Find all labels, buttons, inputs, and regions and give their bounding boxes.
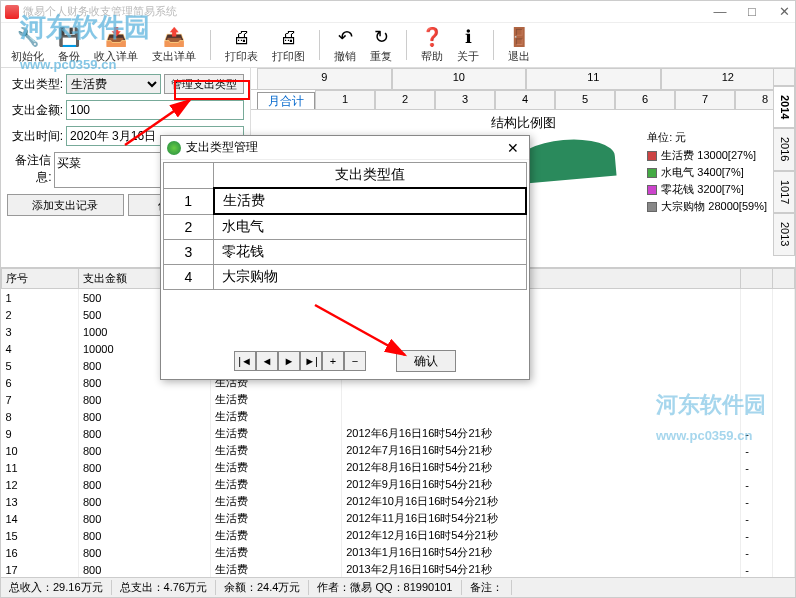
toolbar-0[interactable]: 🔧初始化 — [7, 24, 48, 66]
type-row[interactable]: 3零花钱 — [164, 240, 527, 265]
tool-icon: ❓ — [421, 26, 443, 48]
add-record-button[interactable]: 添加支出记录 — [7, 194, 124, 216]
toolbar-7[interactable]: ↻重复 — [366, 24, 396, 66]
toolbar: 🔧初始化💾备份📥收入详单📤支出详单🖨打印表🖨打印图↶撤销↻重复❓帮助ℹ关于🚪退出 — [1, 23, 795, 68]
confirm-button[interactable]: 确认 — [396, 350, 456, 372]
balance-value: 24.4万元 — [257, 581, 300, 593]
table-header[interactable] — [772, 269, 794, 289]
table-row[interactable]: 8800生活费 — [2, 408, 795, 425]
dialog-close-button[interactable]: ✕ — [503, 140, 523, 156]
month-tab-11[interactable]: 11 — [526, 68, 661, 89]
toolbar-10[interactable]: 🚪退出 — [504, 24, 534, 66]
chart-legend: 单位: 元 生活费 13000[27%]水电气 3400[7%]零花钱 3200… — [647, 130, 767, 216]
legend-item: 大宗购物 28000[59%] — [647, 199, 767, 214]
toolbar-2[interactable]: 📥收入详单 — [90, 24, 142, 66]
type-select[interactable]: 生活费 — [66, 74, 161, 94]
tool-icon: 🔧 — [17, 26, 39, 48]
expense-label: 总支出： — [120, 581, 164, 593]
tool-label: 打印表 — [225, 49, 258, 64]
note-label: 备注信息: — [7, 152, 51, 186]
income-value: 29.16万元 — [53, 581, 103, 593]
dialog-icon — [167, 141, 181, 155]
minimize-button[interactable]: — — [713, 5, 727, 19]
type-manage-dialog: 支出类型管理 ✕ 支出类型值 1生活费2水电气3零花钱4大宗购物 |◄◄►►|+… — [160, 135, 530, 380]
tool-label: 支出详单 — [152, 49, 196, 64]
month-tabs-top: 9101112 — [251, 68, 795, 90]
author-label: 作者： — [317, 581, 350, 593]
month-subtab-3[interactable]: 3 — [435, 90, 495, 109]
tool-label: 关于 — [457, 49, 479, 64]
year-tab-2014[interactable]: 2014 — [773, 86, 795, 128]
nav-btn-add[interactable]: + — [322, 351, 344, 371]
toolbar-4[interactable]: 🖨打印表 — [221, 24, 262, 66]
table-header[interactable] — [741, 269, 772, 289]
app-icon — [5, 5, 19, 19]
maximize-button[interactable]: □ — [745, 5, 759, 19]
year-tab-2016[interactable]: 2016 — [773, 128, 795, 170]
table-row[interactable]: 9800生活费2012年6月16日16时54分21秒- — [2, 425, 795, 442]
table-row[interactable]: 12800生活费2012年9月16日16时54分21秒- — [2, 476, 795, 493]
table-row[interactable]: 11800生活费2012年8月16日16时54分21秒- — [2, 459, 795, 476]
tool-icon: ℹ — [457, 26, 479, 48]
time-label: 支出时间: — [7, 128, 63, 145]
table-row[interactable]: 16800生活费2013年1月16日16时54分21秒- — [2, 544, 795, 561]
toolbar-3[interactable]: 📤支出详单 — [148, 24, 200, 66]
tool-icon: 🖨 — [278, 26, 300, 48]
footer-note-label: 备注： — [470, 581, 503, 593]
toolbar-6[interactable]: ↶撤销 — [330, 24, 360, 66]
month-subtab-5[interactable]: 5 — [555, 90, 615, 109]
amount-input[interactable] — [66, 100, 244, 120]
tool-icon: 🚪 — [508, 26, 530, 48]
year-tab-2013[interactable]: 2013 — [773, 213, 795, 255]
tool-icon: ↻ — [370, 26, 392, 48]
tool-label: 打印图 — [272, 49, 305, 64]
tool-label: 退出 — [508, 49, 530, 64]
month-tab-10[interactable]: 10 — [392, 68, 527, 89]
type-label: 支出类型: — [7, 76, 63, 93]
toolbar-1[interactable]: 💾备份 — [54, 24, 84, 66]
tool-icon: ↶ — [334, 26, 356, 48]
month-subtab-1[interactable]: 1 — [315, 90, 375, 109]
toolbar-8[interactable]: ❓帮助 — [417, 24, 447, 66]
table-header[interactable]: 序号 — [2, 269, 79, 289]
tool-icon: 💾 — [58, 26, 80, 48]
year-tabs: 年合计2014201610172013 — [773, 68, 795, 256]
year-tab-1017[interactable]: 1017 — [773, 171, 795, 213]
year-tab-年合计[interactable]: 年合计 — [773, 68, 795, 86]
table-row[interactable]: 15800生活费2012年12月16日16时54分21秒- — [2, 527, 795, 544]
tool-label: 帮助 — [421, 49, 443, 64]
month-tab-9[interactable]: 9 — [257, 68, 392, 89]
legend-item: 零花钱 3200[7%] — [647, 182, 767, 197]
month-subtab-4[interactable]: 4 — [495, 90, 555, 109]
type-row[interactable]: 2水电气 — [164, 214, 527, 240]
type-row[interactable]: 1生活费 — [164, 188, 527, 214]
type-table[interactable]: 支出类型值 1生活费2水电气3零花钱4大宗购物 — [163, 162, 527, 290]
month-subtab-7[interactable]: 7 — [675, 90, 735, 109]
table-row[interactable]: 13800生活费2012年10月16日16时54分21秒- — [2, 493, 795, 510]
table-row[interactable]: 14800生活费2012年11月16日16时54分21秒- — [2, 510, 795, 527]
month-subtab-2[interactable]: 2 — [375, 90, 435, 109]
statusbar: 总收入：29.16万元 总支出：4.76万元 余额：24.4万元 作者：微易 Q… — [1, 577, 795, 597]
tool-icon: 🖨 — [231, 26, 253, 48]
month-total-tab[interactable]: 月合计 — [257, 92, 315, 109]
toolbar-9[interactable]: ℹ关于 — [453, 24, 483, 66]
nav-btn-remove[interactable]: − — [344, 351, 366, 371]
tool-label: 备份 — [58, 49, 80, 64]
type-row[interactable]: 4大宗购物 — [164, 265, 527, 290]
month-subtab-6[interactable]: 6 — [615, 90, 675, 109]
nav-btn-prev[interactable]: ◄ — [256, 351, 278, 371]
tool-icon: 📤 — [163, 26, 185, 48]
table-row[interactable]: 17800生活费2013年2月16日16时54分21秒- — [2, 561, 795, 577]
nav-btn-last[interactable]: ►| — [300, 351, 322, 371]
tool-label: 收入详单 — [94, 49, 138, 64]
toolbar-5[interactable]: 🖨打印图 — [268, 24, 309, 66]
manage-type-button[interactable]: 管理支出类型 — [164, 74, 244, 94]
tool-label: 初始化 — [11, 49, 44, 64]
window-title: 微易个人财务收支管理简易系统 — [23, 4, 713, 19]
close-button[interactable]: ✕ — [777, 5, 791, 19]
table-row[interactable]: 10800生活费2012年7月16日16时54分21秒- — [2, 442, 795, 459]
table-row[interactable]: 7800生活费 — [2, 391, 795, 408]
nav-btn-first[interactable]: |◄ — [234, 351, 256, 371]
legend-item: 水电气 3400[7%] — [647, 165, 767, 180]
nav-btn-next[interactable]: ► — [278, 351, 300, 371]
